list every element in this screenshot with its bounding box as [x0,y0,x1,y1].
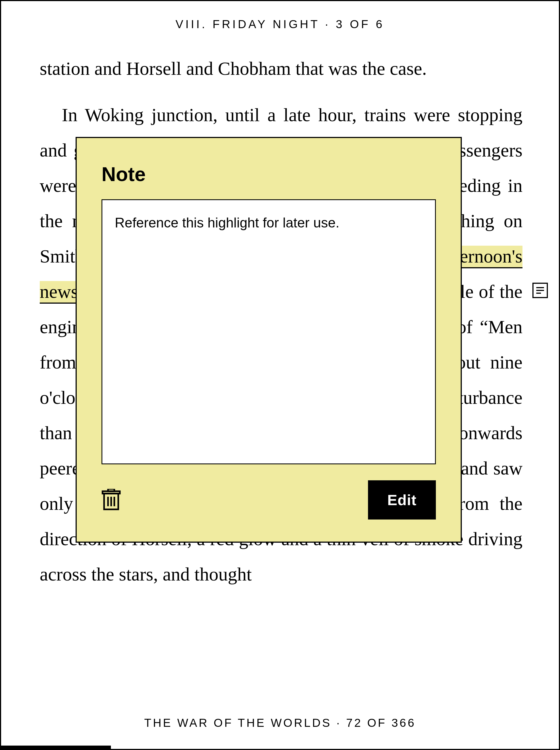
delete-note-button[interactable] [102,489,121,511]
footer-separator: · [336,716,346,729]
ereader-page: VIII. FRIDAY NIGHT · 3 OF 6 station and … [0,0,560,750]
book-page-indicator: 72 OF 366 [346,716,416,729]
book-footer: THE WAR OF THE WORLDS · 72 OF 366 [1,716,559,730]
chapter-title: VIII. FRIDAY NIGHT [175,18,319,31]
reading-progress-track [1,746,559,749]
note-marker-icon[interactable] [533,283,548,298]
svg-rect-2 [108,489,115,491]
edit-note-button[interactable]: Edit [368,480,436,519]
note-content[interactable]: Reference this highlight for later use. [102,199,436,464]
header-separator: · [325,18,336,31]
note-popup: Note Reference this highlight for later … [76,137,462,543]
chapter-header: VIII. FRIDAY NIGHT · 3 OF 6 [1,18,559,31]
note-actions: Edit [102,480,436,519]
paragraph-1-tail: station and Horsell and Chobham that was… [40,51,522,86]
note-popup-title: Note [102,163,436,185]
reading-progress-fill [1,746,111,749]
trash-icon [102,489,121,511]
chapter-page-indicator: 3 OF 6 [336,18,384,31]
book-title: THE WAR OF THE WORLDS [144,716,332,729]
